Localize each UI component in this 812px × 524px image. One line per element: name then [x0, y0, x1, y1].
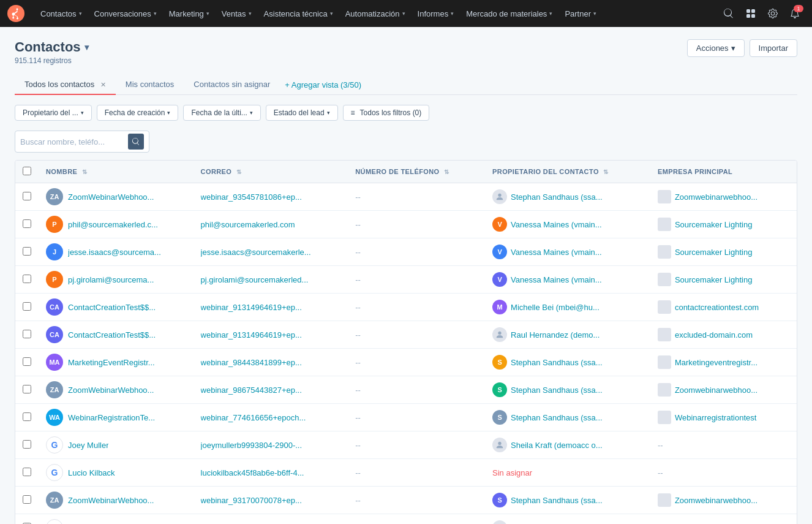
- th-nombre[interactable]: NOMBRE ⇅: [39, 161, 194, 183]
- owner-name-link[interactable]: Stephan Sandhaus (ssa...: [511, 358, 603, 367]
- email-link[interactable]: webinar_91314964619+ep...: [201, 330, 341, 340]
- tab-mis-contactos[interactable]: Mis contactos: [116, 75, 184, 95]
- th-propietario[interactable]: PROPIETARIO DEL CONTACTO ⇅: [485, 161, 650, 183]
- table-row: WA WebinarRegistrationTe... webinar_7746…: [15, 404, 797, 431]
- company-name-link[interactable]: Zoomwebinarwebhoo...: [675, 496, 757, 505]
- filter-estado-lead[interactable]: Estado del lead ▾: [266, 105, 338, 121]
- email-link[interactable]: webinar_93170070078+ep...: [201, 496, 341, 505]
- company-name-link[interactable]: Sourcemaker Lighting: [675, 275, 752, 284]
- nav-contactos[interactable]: Contactos ▾: [34, 0, 88, 27]
- search-input[interactable]: [20, 137, 124, 146]
- owner-name-link[interactable]: Raul Hernandez (demo...: [511, 330, 600, 340]
- email-link[interactable]: webinar_91314964619+ep...: [201, 303, 341, 312]
- row-checkbox[interactable]: [23, 412, 31, 421]
- owner-name-link[interactable]: Sheila Kraft (demoacc o...: [511, 441, 603, 450]
- contact-name-link[interactable]: Joey Muller: [68, 441, 108, 450]
- row-checkbox[interactable]: [23, 330, 31, 338]
- contact-company-cell: contactcreationtest.com: [650, 294, 797, 321]
- row-checkbox[interactable]: [23, 495, 31, 504]
- company-name-link[interactable]: Marketingeventregistr...: [675, 358, 757, 367]
- unassigned-link[interactable]: Sin asignar: [492, 468, 532, 477]
- acciones-button[interactable]: Acciones ▾: [687, 39, 745, 57]
- email-link[interactable]: webinar_93545781086+ep...: [201, 192, 341, 202]
- row-checkbox[interactable]: [23, 468, 31, 476]
- email-link[interactable]: jesse.isaacs@sourcemakerle...: [201, 248, 341, 257]
- apps-button[interactable]: [741, 4, 761, 23]
- filter-propietario[interactable]: Propietario del ... ▾: [15, 105, 92, 121]
- nav-automatizacion[interactable]: Automatización ▾: [339, 0, 412, 27]
- company-name-link[interactable]: excluded-domain.com: [675, 330, 753, 340]
- email-link[interactable]: phil@sourcemakerled.com: [201, 220, 341, 229]
- tab-close-icon[interactable]: ✕: [100, 81, 106, 88]
- email-link[interactable]: luciokilback45f8ab6e-b6ff-4...: [201, 468, 341, 477]
- th-telefono[interactable]: NÚMERO DE TELÉFONO ⇅: [348, 161, 485, 183]
- company-name-link[interactable]: Zoomwebinarwebhoo...: [675, 385, 757, 395]
- contact-name-link[interactable]: WebinarRegistrationTe...: [68, 413, 155, 422]
- filter-fecha-creacion[interactable]: Fecha de creación ▾: [97, 105, 179, 121]
- tab-sin-asignar[interactable]: Contactos sin asignar: [184, 75, 280, 95]
- search-submit-button[interactable]: [128, 134, 144, 150]
- email-link[interactable]: pj.girolami@sourcemakerled...: [201, 275, 341, 284]
- contact-name-link[interactable]: MarketingEventRegistr...: [68, 358, 155, 367]
- tab-todos-contactos[interactable]: Todos los contactos ✕: [15, 75, 116, 95]
- company-name-link[interactable]: Sourcemaker Lighting: [675, 220, 752, 229]
- company-name-link[interactable]: Sourcemaker Lighting: [675, 248, 752, 257]
- select-all-checkbox[interactable]: [23, 167, 31, 175]
- owner-name-link[interactable]: Michelle Bei (mbei@hu...: [511, 303, 600, 312]
- row-checkbox[interactable]: [23, 302, 31, 311]
- company-name-link[interactable]: Zoomwebinarwebhoo...: [675, 192, 757, 202]
- row-checkbox[interactable]: [23, 192, 31, 200]
- row-checkbox-cell: [15, 321, 39, 349]
- add-view-button[interactable]: + Agregar vista (3/50): [285, 80, 361, 89]
- contact-name-link[interactable]: Lucio Kilback: [68, 468, 115, 477]
- company-name-link[interactable]: contactcreationtest.com: [675, 303, 759, 312]
- nav-ventas[interactable]: Ventas ▾: [216, 0, 258, 27]
- hubspot-logo[interactable]: [7, 5, 24, 22]
- filter-fecha-ultima[interactable]: Fecha de la últi... ▾: [183, 105, 260, 121]
- contact-name-link[interactable]: ContactCreationTest$$...: [68, 330, 156, 340]
- owner-name-link[interactable]: Stephan Sandhaus (ssa...: [511, 192, 603, 202]
- search-button[interactable]: [719, 4, 739, 23]
- nav-asistencia[interactable]: Asistencia técnica ▾: [258, 0, 339, 27]
- importar-button[interactable]: Importar: [750, 39, 797, 57]
- row-checkbox[interactable]: [23, 247, 31, 256]
- owner-name-link[interactable]: Stephan Sandhaus (ssa...: [511, 385, 603, 395]
- row-checkbox-cell: [15, 376, 39, 404]
- nav-marketing[interactable]: Marketing ▾: [163, 0, 216, 27]
- nav-mercado[interactable]: Mercado de materiales ▾: [460, 0, 558, 27]
- contact-name-link[interactable]: ContactCreationTest$$...: [68, 303, 156, 312]
- row-checkbox[interactable]: [23, 275, 31, 283]
- email-link[interactable]: webinar_774616656+epoch...: [201, 413, 341, 422]
- contact-name-link[interactable]: ZoomWebinarWebhoo...: [68, 385, 154, 395]
- email-link[interactable]: joeymullerb9993804-2900-...: [201, 441, 341, 450]
- company-name-link[interactable]: Webinarregistrationtest: [675, 413, 756, 422]
- email-link[interactable]: webinar_98443841899+ep...: [201, 358, 341, 367]
- contact-name-link[interactable]: pj.girolami@sourcema...: [68, 275, 154, 284]
- notifications-button[interactable]: 1: [785, 4, 805, 23]
- owner-name-link[interactable]: Vanessa Maines (vmain...: [511, 248, 602, 257]
- owner-name-link[interactable]: Vanessa Maines (vmain...: [511, 220, 602, 229]
- row-checkbox[interactable]: [23, 385, 31, 393]
- contact-name-link[interactable]: ZoomWebinarWebhoo...: [68, 496, 154, 505]
- nav-informes[interactable]: Informes ▾: [412, 0, 461, 27]
- contact-name-link[interactable]: jesse.isaacs@sourcema...: [68, 248, 161, 257]
- title-caret-icon[interactable]: ▾: [85, 42, 89, 52]
- email-link[interactable]: webinar_98675443827+ep...: [201, 385, 341, 395]
- table-row: ZA ZoomWebinarWebhoo... webinar_93545781…: [15, 183, 797, 211]
- nav-conversaciones[interactable]: Conversaciones ▾: [88, 0, 163, 27]
- th-correo[interactable]: CORREO ⇅: [194, 161, 348, 183]
- contact-name-link[interactable]: phil@sourcemakerled.c...: [68, 220, 158, 229]
- contacts-table-container: NOMBRE ⇅ CORREO ⇅ NÚMERO DE TELÉFONO ⇅ P…: [15, 160, 797, 524]
- settings-button[interactable]: [763, 4, 783, 23]
- company-dash: --: [658, 441, 663, 450]
- row-checkbox[interactable]: [23, 440, 31, 449]
- contact-name-link[interactable]: ZoomWebinarWebhoo...: [68, 192, 154, 202]
- nav-partner[interactable]: Partner ▾: [558, 0, 603, 27]
- owner-name-link[interactable]: Stephan Sandhaus (ssa...: [511, 413, 603, 422]
- th-empresa[interactable]: EMPRESA PRINCIPAL: [650, 161, 797, 183]
- row-checkbox[interactable]: [23, 357, 31, 366]
- row-checkbox[interactable]: [23, 219, 31, 228]
- all-filters-button[interactable]: ≡ Todos los filtros (0): [343, 105, 430, 121]
- owner-name-link[interactable]: Vanessa Maines (vmain...: [511, 275, 602, 284]
- owner-name-link[interactable]: Stephan Sandhaus (ssa...: [511, 496, 603, 505]
